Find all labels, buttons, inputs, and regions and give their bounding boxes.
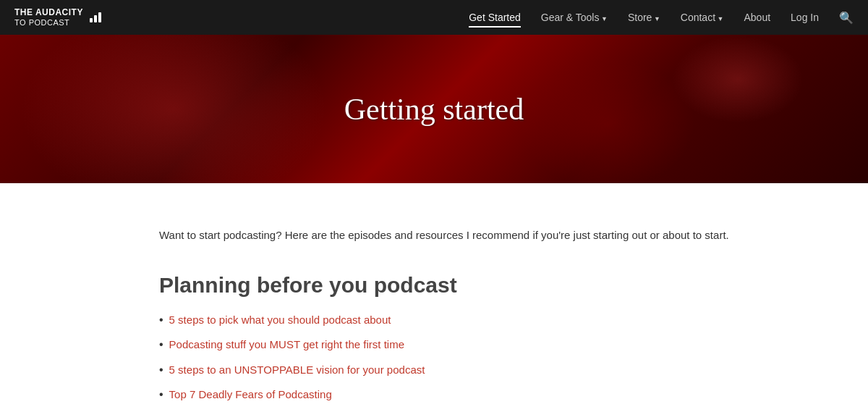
hero-title: Getting started <box>344 92 524 127</box>
intro-paragraph: Want to start podcasting? Here are the e… <box>159 227 745 244</box>
logo-line2: to Podcast <box>14 18 69 28</box>
hero-banner: Getting started <box>0 35 868 183</box>
main-nav: THE AUDACITY to Podcast Get Started Gear… <box>0 0 868 35</box>
nav-item-gear-tools[interactable]: Gear & Tools <box>541 11 608 24</box>
article-list: 5 steps to pick what you should podcast … <box>159 312 745 403</box>
nav-link-get-started[interactable]: Get Started <box>469 12 521 28</box>
section-title: Planning before you podcast <box>159 273 745 298</box>
logo[interactable]: THE AUDACITY to Podcast <box>14 7 101 28</box>
nav-item-login[interactable]: Log In <box>791 11 819 24</box>
nav-item-contact[interactable]: Contact <box>681 11 724 24</box>
article-link-4[interactable]: Top 7 Deadly Fears of Podcasting <box>169 387 332 402</box>
list-item: Top 7 Deadly Fears of Podcasting <box>159 387 745 403</box>
main-content: Want to start podcasting? Here are the e… <box>109 183 760 412</box>
list-item: Podcasting stuff you MUST get right the … <box>159 337 745 353</box>
article-link-2[interactable]: Podcasting stuff you MUST get right the … <box>169 337 404 352</box>
list-item: 5 steps to an UNSTOPPABLE vision for you… <box>159 362 745 378</box>
nav-link-store[interactable]: Store <box>628 12 660 23</box>
nav-search-button[interactable]: 🔍 <box>839 11 854 25</box>
search-icon[interactable]: 🔍 <box>839 12 854 24</box>
article-link-1[interactable]: 5 steps to pick what you should podcast … <box>169 312 391 327</box>
nav-item-store[interactable]: Store <box>628 11 660 24</box>
logo-text: THE AUDACITY to Podcast <box>14 7 83 28</box>
nav-link-login[interactable]: Log In <box>791 12 819 23</box>
nav-links: Get Started Gear & Tools Store Contact A… <box>469 11 854 25</box>
nav-item-about[interactable]: About <box>744 11 770 24</box>
list-item: 5 steps to pick what you should podcast … <box>159 312 745 328</box>
nav-link-gear-tools[interactable]: Gear & Tools <box>541 12 608 23</box>
article-link-3[interactable]: 5 steps to an UNSTOPPABLE vision for you… <box>169 362 425 377</box>
logo-signal-icon <box>90 12 101 22</box>
nav-item-get-started[interactable]: Get Started <box>469 11 521 24</box>
nav-link-about[interactable]: About <box>744 12 770 23</box>
nav-link-contact[interactable]: Contact <box>681 12 724 23</box>
logo-line1: THE AUDACITY <box>14 7 83 17</box>
